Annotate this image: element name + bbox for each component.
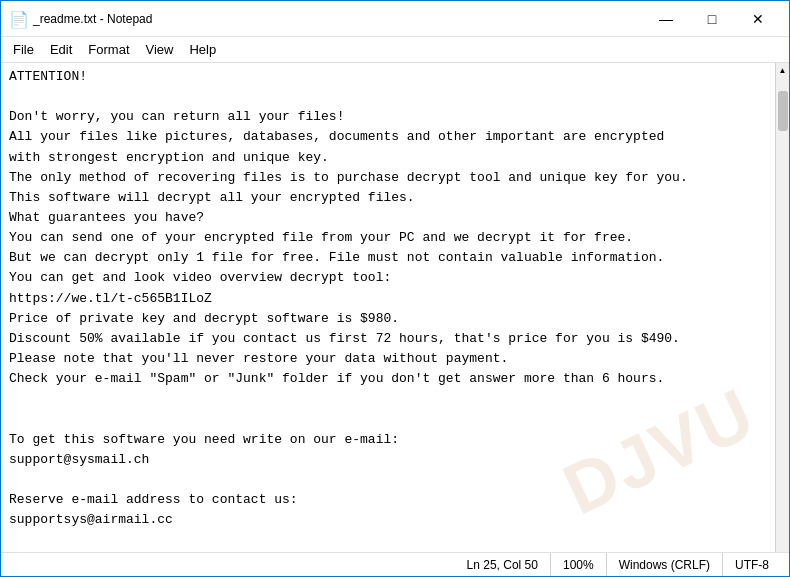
menu-view[interactable]: View (138, 40, 182, 59)
menu-format[interactable]: Format (80, 40, 137, 59)
status-zoom: 100% (551, 553, 607, 576)
menu-help[interactable]: Help (181, 40, 224, 59)
vertical-scrollbar[interactable]: ▲ (775, 63, 789, 552)
status-encoding: UTF-8 (723, 553, 781, 576)
close-button[interactable]: ✕ (735, 1, 781, 37)
notepad-window: 📄 _readme.txt - Notepad — □ ✕ File Edit … (0, 0, 790, 577)
menu-bar: File Edit Format View Help (1, 37, 789, 63)
status-line-ending: Windows (CRLF) (607, 553, 723, 576)
title-bar: 📄 _readme.txt - Notepad — □ ✕ (1, 1, 789, 37)
minimize-button[interactable]: — (643, 1, 689, 37)
status-bar: Ln 25, Col 50 100% Windows (CRLF) UTF-8 (1, 552, 789, 576)
status-line-col: Ln 25, Col 50 (455, 553, 551, 576)
app-icon: 📄 (9, 10, 27, 28)
scroll-up-arrow[interactable]: ▲ (776, 63, 790, 77)
menu-file[interactable]: File (5, 40, 42, 59)
scroll-thumb[interactable] (778, 91, 788, 131)
text-editor[interactable]: ATTENTION! Don't worry, you can return a… (1, 63, 775, 552)
window-controls: — □ ✕ (643, 1, 781, 37)
menu-edit[interactable]: Edit (42, 40, 80, 59)
editor-area: ATTENTION! Don't worry, you can return a… (1, 63, 789, 552)
window-title: _readme.txt - Notepad (33, 12, 643, 26)
maximize-button[interactable]: □ (689, 1, 735, 37)
